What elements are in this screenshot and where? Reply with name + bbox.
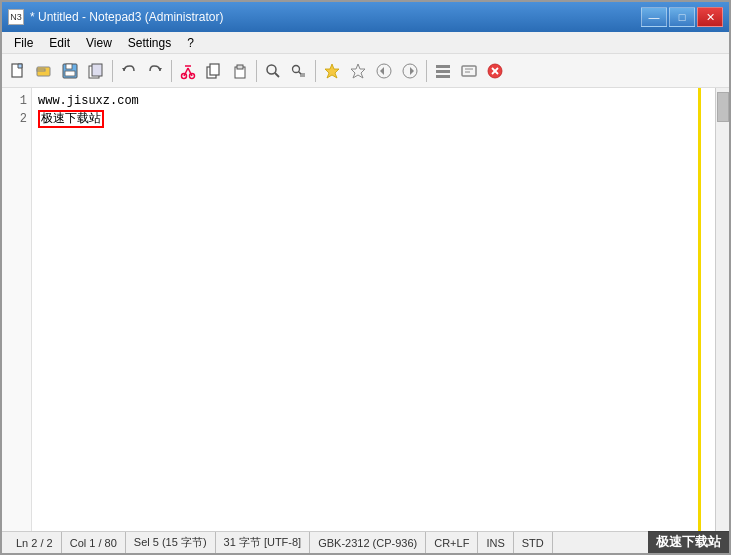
menu-settings[interactable]: Settings bbox=[120, 34, 179, 52]
encoding-button[interactable] bbox=[457, 59, 481, 83]
svg-rect-16 bbox=[210, 64, 219, 75]
line-number-1: 1 bbox=[2, 92, 27, 110]
find-replace-button[interactable] bbox=[287, 59, 311, 83]
svg-rect-2 bbox=[37, 69, 45, 71]
svg-rect-32 bbox=[462, 66, 476, 76]
svg-marker-26 bbox=[380, 67, 384, 75]
find-button[interactable] bbox=[261, 59, 285, 83]
mark-button[interactable] bbox=[320, 59, 344, 83]
menu-view[interactable]: View bbox=[78, 34, 120, 52]
svg-line-20 bbox=[275, 73, 279, 77]
svg-rect-7 bbox=[92, 64, 102, 76]
status-sel: Sel 5 (15 字节) bbox=[126, 532, 216, 553]
toolbar bbox=[2, 54, 729, 88]
menu-bar: File Edit View Settings ? bbox=[2, 32, 729, 54]
save-button[interactable] bbox=[58, 59, 82, 83]
svg-rect-18 bbox=[237, 65, 243, 69]
window-title: * Untitled - Notepad3 (Administrator) bbox=[30, 10, 223, 24]
svg-point-21 bbox=[293, 65, 300, 72]
status-bar: Ln 2 / 2 Col 1 / 80 Sel 5 (15 字节) 31 字节 … bbox=[2, 531, 729, 553]
vertical-scrollbar[interactable] bbox=[715, 88, 729, 531]
open-button[interactable] bbox=[32, 59, 56, 83]
bookmark-button[interactable] bbox=[346, 59, 370, 83]
status-ins: INS bbox=[478, 532, 513, 553]
next-mark-button[interactable] bbox=[398, 59, 422, 83]
line-1-text: www.jisuxz.com bbox=[38, 94, 139, 108]
watermark-text: 极速下载站 bbox=[648, 531, 729, 553]
editor-container: 1 2 www.jisuxz.com 极速下载站 bbox=[2, 88, 729, 531]
new-button[interactable] bbox=[6, 59, 30, 83]
svg-rect-31 bbox=[436, 75, 450, 78]
line-numbers: 1 2 bbox=[2, 88, 32, 531]
status-bytes: 31 字节 [UTF-8] bbox=[216, 532, 311, 553]
separator-1 bbox=[112, 60, 113, 82]
editor-line-1: www.jisuxz.com bbox=[38, 92, 709, 110]
copy-button[interactable] bbox=[202, 59, 226, 83]
scroll-left-button[interactable] bbox=[431, 59, 455, 83]
status-col: Col 1 / 80 bbox=[62, 532, 126, 553]
menu-file[interactable]: File bbox=[6, 34, 41, 52]
cut-button[interactable] bbox=[176, 59, 200, 83]
separator-4 bbox=[315, 60, 316, 82]
editor-content[interactable]: www.jisuxz.com 极速下载站 bbox=[32, 88, 715, 531]
separator-2 bbox=[171, 60, 172, 82]
svg-marker-9 bbox=[158, 68, 162, 71]
undo-button[interactable] bbox=[117, 59, 141, 83]
menu-help[interactable]: ? bbox=[179, 34, 202, 52]
svg-rect-4 bbox=[66, 64, 72, 69]
save-copy-button[interactable] bbox=[84, 59, 108, 83]
svg-rect-29 bbox=[436, 65, 450, 68]
svg-marker-8 bbox=[122, 68, 126, 71]
title-buttons: — □ ✕ bbox=[641, 7, 723, 27]
status-eol: CR+LF bbox=[426, 532, 478, 553]
separator-3 bbox=[256, 60, 257, 82]
status-encoding: GBK-2312 (CP-936) bbox=[310, 532, 426, 553]
menu-edit[interactable]: Edit bbox=[41, 34, 78, 52]
svg-point-19 bbox=[267, 65, 276, 74]
svg-marker-28 bbox=[410, 67, 414, 75]
editor-line-2: 极速下载站 bbox=[38, 110, 709, 128]
paste-button[interactable] bbox=[228, 59, 252, 83]
minimize-button[interactable]: — bbox=[641, 7, 667, 27]
close-window-button[interactable]: ✕ bbox=[697, 7, 723, 27]
redo-button[interactable] bbox=[143, 59, 167, 83]
line-number-2: 2 bbox=[2, 110, 27, 128]
app-icon: N3 bbox=[8, 9, 24, 25]
highlighted-text: 极速下载站 bbox=[38, 110, 104, 128]
svg-rect-5 bbox=[65, 71, 75, 76]
line-2-text: 极速下载站 bbox=[41, 112, 101, 126]
title-bar: N3 * Untitled - Notepad3 (Administrator)… bbox=[2, 2, 729, 32]
separator-5 bbox=[426, 60, 427, 82]
scrollbar-thumb[interactable] bbox=[717, 92, 729, 122]
title-bar-left: N3 * Untitled - Notepad3 (Administrator) bbox=[8, 9, 223, 25]
svg-marker-23 bbox=[325, 64, 339, 78]
svg-rect-30 bbox=[436, 70, 450, 73]
status-std: STD bbox=[514, 532, 553, 553]
status-line: Ln 2 / 2 bbox=[8, 532, 62, 553]
prev-mark-button[interactable] bbox=[372, 59, 396, 83]
main-window: N3 * Untitled - Notepad3 (Administrator)… bbox=[0, 0, 731, 555]
yellow-scroll-indicator bbox=[698, 88, 701, 531]
svg-marker-24 bbox=[351, 64, 365, 78]
maximize-button[interactable]: □ bbox=[669, 7, 695, 27]
close-toolbar-button[interactable] bbox=[483, 59, 507, 83]
